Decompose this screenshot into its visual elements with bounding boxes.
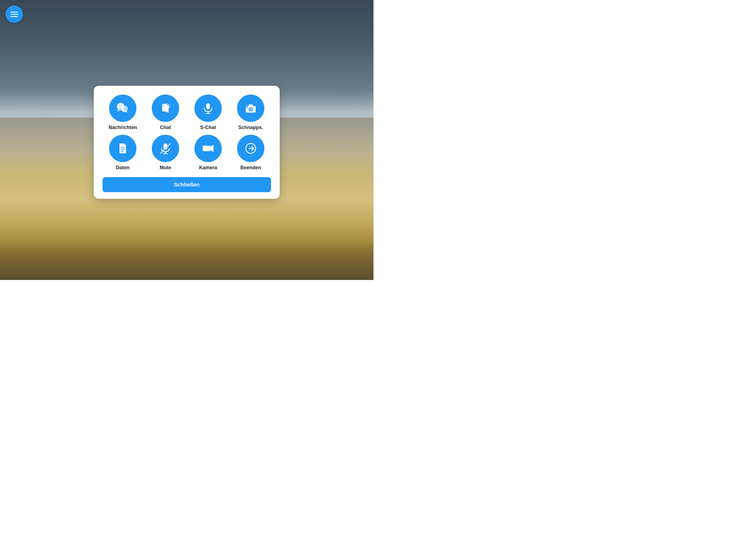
schnapps-icon-circle [237,95,264,122]
mute-icon [158,142,173,156]
camera-icon [243,101,258,116]
speech-bubbles-icon [115,101,130,116]
kamera-label: Kamera [199,165,217,171]
close-button[interactable]: Schließen [103,177,271,192]
action-modal: Nachrichten [94,86,280,199]
kamera-icon-circle [195,135,222,162]
daten-icon-circle [109,135,136,162]
action-grid: Nachrichten [103,95,271,171]
beenden-item[interactable]: Beenden [231,135,271,171]
pencil-icon [158,101,173,116]
mute-item[interactable]: Mute [145,135,186,171]
svg-point-20 [250,108,252,110]
svg-rect-21 [247,107,248,108]
microphone-icon [201,101,215,116]
schnapps-item[interactable]: Schnapps. [231,95,271,130]
exit-icon [243,142,258,156]
s-chat-item[interactable]: S-Chat [188,95,228,130]
svg-point-4 [121,107,126,111]
svg-point-6 [120,106,121,107]
daten-item[interactable]: Daten [103,135,143,171]
svg-point-5 [119,106,120,107]
s-chat-icon-circle [195,95,222,122]
nachrichten-item[interactable]: Nachrichten [103,95,143,130]
hamburger-line [10,16,18,17]
hamburger-line [10,12,18,12]
chat-item[interactable]: Chat [145,95,186,130]
video-icon [201,142,215,156]
nachrichten-label: Nachrichten [108,125,137,130]
nachrichten-icon-circle [109,95,136,122]
mute-label: Mute [160,165,171,171]
document-icon [115,142,130,156]
schnapps-label: Schnapps. [238,125,263,130]
s-chat-label: S-Chat [200,125,216,130]
beenden-label: Beenden [240,165,261,171]
chat-label: Chat [160,125,171,130]
mute-icon-circle [152,135,179,162]
menu-button[interactable] [5,5,23,23]
svg-line-13 [169,112,169,113]
svg-point-7 [122,106,123,107]
svg-rect-30 [203,146,210,151]
svg-rect-14 [206,103,210,109]
hamburger-line [10,14,18,15]
beenden-icon-circle [237,135,264,162]
daten-label: Daten [116,165,130,171]
kamera-item[interactable]: Kamera [188,135,228,171]
chat-icon-circle [152,95,179,122]
